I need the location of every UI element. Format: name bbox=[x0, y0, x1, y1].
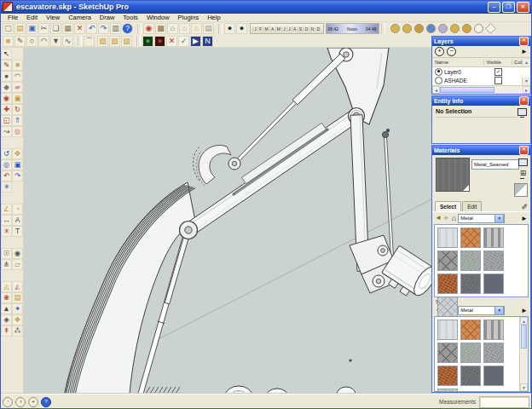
materials-vscrollbar[interactable]: ▲ ▼ bbox=[519, 317, 528, 391]
plugin-tool-9-icon[interactable]: ↟ bbox=[1, 325, 12, 337]
scroll-left-icon[interactable]: ◄ bbox=[432, 86, 440, 94]
menu-plugins[interactable]: Plugins bbox=[174, 14, 204, 21]
material-swatch-metal-blue-gray[interactable] bbox=[483, 366, 504, 386]
material-swatch-metal-copper-diamond[interactable] bbox=[460, 320, 481, 340]
menu-file[interactable]: File bbox=[3, 14, 22, 21]
create-material-icon[interactable]: ⊞ bbox=[520, 170, 527, 176]
tab-select[interactable]: Select bbox=[435, 201, 461, 211]
redo-icon[interactable]: ↷ bbox=[98, 23, 109, 34]
plugin-round-7-icon[interactable] bbox=[462, 24, 471, 33]
material-swatch-metal-dark-gray[interactable] bbox=[460, 274, 481, 294]
plugin-walk-2-icon[interactable]: ● bbox=[236, 23, 247, 34]
zoom-extents-icon[interactable]: ✳ bbox=[1, 181, 12, 193]
polygon-icon[interactable]: ▼ bbox=[50, 36, 61, 47]
material-swatch-metal-rust[interactable] bbox=[437, 366, 458, 386]
plugin-tool-4-icon[interactable]: ▤ bbox=[12, 292, 23, 303]
zoom-icon[interactable]: ◎ bbox=[1, 159, 12, 170]
section-plane-icon[interactable]: ▱ bbox=[12, 259, 23, 270]
material-swatch-metal-weathered[interactable] bbox=[460, 343, 481, 363]
menu-draw[interactable]: Draw bbox=[95, 14, 119, 21]
material-swatch-metal-aluminum-diamond[interactable] bbox=[437, 297, 458, 317]
close-icon[interactable]: ✕ bbox=[519, 37, 529, 46]
forward-icon[interactable]: ► bbox=[443, 214, 450, 222]
plugin-tool-1-icon[interactable]: ◬ bbox=[1, 281, 12, 292]
materials-details-arrow-icon[interactable]: ► bbox=[521, 307, 528, 314]
chevron-down-icon[interactable]: ▼ bbox=[494, 214, 504, 223]
chevron-down-icon[interactable]: ▼ bbox=[494, 306, 504, 315]
zoom-window-icon[interactable]: ▣ bbox=[12, 159, 23, 170]
scroll-up-icon[interactable]: ▲ bbox=[520, 317, 528, 325]
material-swatch-metal-weathered[interactable] bbox=[460, 251, 481, 271]
close-icon[interactable]: ✕ bbox=[519, 96, 529, 106]
plugin-round-1-icon[interactable] bbox=[390, 24, 400, 33]
column-visible[interactable]: Visible bbox=[484, 60, 512, 65]
open-icon[interactable]: ▤ bbox=[14, 23, 26, 34]
scale-icon[interactable]: ◱ bbox=[1, 115, 12, 126]
collection-dropdown-secondary[interactable]: Metal ▼ bbox=[458, 306, 505, 315]
material-swatch-metal-corrugated[interactable] bbox=[483, 320, 504, 340]
paste-icon[interactable]: ▦ bbox=[62, 23, 73, 34]
menu-view[interactable]: View bbox=[42, 14, 64, 21]
arc-tool-icon[interactable]: ◠ bbox=[12, 71, 23, 82]
previous-view-icon[interactable]: ↶ bbox=[1, 170, 12, 181]
offset-icon[interactable]: ◎ bbox=[12, 126, 23, 137]
active-material-preview[interactable] bbox=[436, 158, 470, 192]
entity-info-title-bar[interactable]: Entity Info ✕ bbox=[432, 96, 530, 106]
layers-details-arrow-icon[interactable]: ► bbox=[521, 48, 528, 55]
plugin-tool-2-icon[interactable]: ◭ bbox=[12, 281, 23, 292]
material-swatch-metal-silver[interactable] bbox=[437, 228, 458, 248]
circle-tool-icon[interactable]: ● bbox=[1, 71, 12, 82]
active-material-name[interactable]: Metal_Seamed bbox=[471, 159, 519, 170]
position-camera-icon[interactable]: ☉ bbox=[1, 248, 12, 259]
maximize-button[interactable]: ❒ bbox=[502, 2, 515, 13]
title-bar[interactable]: escavatore.skp - SketchUp Pro –❒✕ bbox=[0, 0, 532, 14]
sample-paint-icon[interactable]: ✐ bbox=[521, 203, 528, 211]
protractor-icon[interactable]: ◔ bbox=[12, 204, 23, 215]
google-toggle-terrain-icon[interactable]: ▩ bbox=[155, 23, 166, 34]
plugin-tool-7-icon[interactable]: ◈ bbox=[1, 314, 12, 325]
move-icon[interactable]: ✚ bbox=[1, 104, 12, 115]
viewport[interactable] bbox=[24, 48, 431, 394]
scroll-down-icon[interactable]: ▼ bbox=[522, 78, 530, 85]
orbit-icon[interactable]: ↺ bbox=[1, 148, 12, 159]
close-button[interactable]: ✕ bbox=[517, 2, 529, 13]
secondary-pane-toggle-icon[interactable] bbox=[518, 158, 528, 166]
material-swatch-metal-rough-gray[interactable] bbox=[483, 251, 504, 271]
column-color[interactable]: Col bbox=[512, 60, 522, 65]
google-get-models-icon[interactable]: ⌂ bbox=[191, 23, 202, 34]
arc-icon[interactable]: ◠ bbox=[38, 36, 49, 47]
cube-plugin-1-icon[interactable]: ▧ bbox=[97, 36, 108, 47]
scroll-right-icon[interactable]: ► bbox=[523, 86, 530, 94]
in-model-icon[interactable]: ⌂ bbox=[452, 214, 456, 222]
sp-red-state-icon[interactable]: ● bbox=[154, 36, 165, 47]
materials-title-bar[interactable]: Materials ✕ bbox=[432, 146, 530, 155]
dimension-icon[interactable]: ↔ bbox=[1, 215, 12, 226]
3d-text-icon[interactable]: T bbox=[12, 226, 23, 237]
sp-check-icon[interactable]: ✓ bbox=[178, 36, 189, 47]
vscroll-thumb[interactable] bbox=[521, 325, 527, 349]
plugin-round-6-icon[interactable] bbox=[450, 24, 460, 33]
layer-active-radio[interactable] bbox=[435, 77, 442, 84]
line-icon[interactable]: ✎ bbox=[14, 36, 26, 47]
push-pull-icon[interactable]: ⇑ bbox=[12, 115, 23, 126]
save-icon[interactable]: ▣ bbox=[26, 23, 38, 34]
next-view-icon[interactable]: ↷ bbox=[12, 170, 23, 181]
look-around-icon[interactable]: ◉ bbox=[12, 248, 23, 259]
sp-delete-icon[interactable]: ✕ bbox=[166, 36, 177, 47]
materials-details-arrow-icon[interactable]: ► bbox=[521, 215, 528, 222]
google-get-current-view-icon[interactable]: ◉ bbox=[143, 23, 154, 34]
cut-icon[interactable]: ✂ bbox=[38, 23, 49, 34]
plugin-tool-8-icon[interactable]: ❖ bbox=[12, 314, 23, 325]
layer-row[interactable]: ASHADE bbox=[432, 76, 530, 84]
menu-help[interactable]: Help bbox=[203, 14, 224, 21]
entity-details-icon[interactable] bbox=[518, 108, 527, 116]
menu-camera[interactable]: Camera bbox=[64, 14, 95, 21]
text-tool-icon[interactable]: A bbox=[12, 215, 23, 226]
status-icon-1-icon[interactable]: ◔ bbox=[3, 397, 13, 407]
layer-visible-checkbox[interactable] bbox=[494, 77, 502, 84]
print-icon[interactable]: ▥ bbox=[110, 23, 121, 34]
layers-hscrollbar[interactable]: ◄ ► bbox=[432, 85, 530, 94]
material-swatch-metal-checker[interactable] bbox=[437, 343, 458, 363]
cube-plugin-2-icon[interactable]: ▧ bbox=[109, 36, 120, 47]
hscroll-thumb[interactable] bbox=[440, 87, 494, 93]
